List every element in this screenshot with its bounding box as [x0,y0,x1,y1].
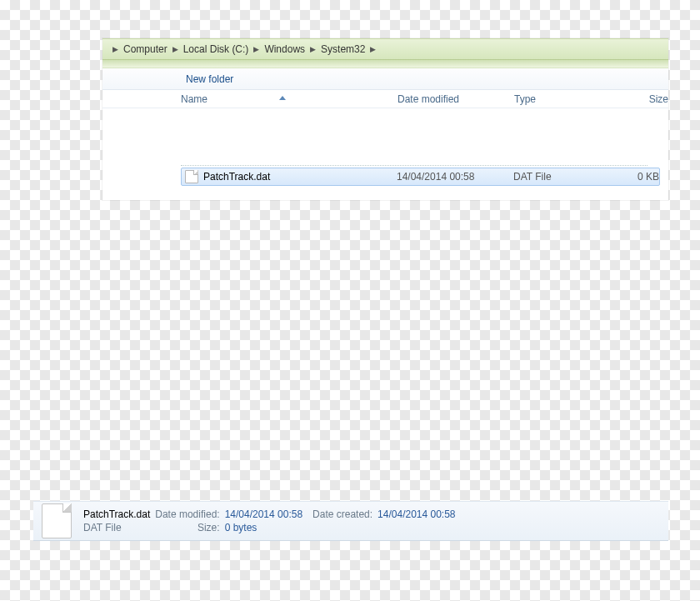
column-size[interactable]: Size [610,93,668,105]
chevron-right-icon: ▶ [172,45,178,53]
details-size-value: 0 bytes [225,522,302,533]
file-row-selected[interactable]: PatchTrack.dat 14/04/2014 00:58 DAT File… [181,168,660,186]
breadcrumb-item-computer[interactable]: Computer [123,43,168,55]
column-type[interactable]: Type [514,93,610,105]
file-size: 0 KB [609,171,659,183]
list-divider [181,154,648,166]
file-large-icon [42,503,72,538]
column-headers: Name Date modified Type Size [102,90,668,108]
details-grid: PatchTrack.dat Date modified: 14/04/2014… [83,508,456,533]
column-name[interactable]: Name [181,93,398,105]
file-type: DAT File [513,171,609,183]
command-bar: New folder [102,68,668,90]
chevron-right-icon: ▶ [310,45,316,53]
toolbar-smear [102,60,668,68]
details-size-label: Size: [155,522,219,533]
column-name-label: Name [181,93,208,105]
details-file-name: PatchTrack.dat [83,508,150,520]
list-blank-area [181,108,668,154]
details-created-value: 14/04/2014 00:58 [378,508,455,520]
chevron-right-icon: ▶ [253,45,259,53]
new-folder-button[interactable]: New folder [181,72,238,87]
explorer-window: ▶ Computer ▶ Local Disk (C:) ▶ Windows ▶… [102,38,668,200]
breadcrumb-item-windows[interactable]: Windows [264,43,305,55]
sort-ascending-icon [279,96,286,100]
details-modified-value: 14/04/2014 00:58 [225,508,302,520]
chevron-right-icon: ▶ [112,45,118,53]
breadcrumb-item-system32[interactable]: System32 [321,43,365,55]
details-created-label: Date created: [312,508,372,520]
column-date-modified[interactable]: Date modified [398,93,514,105]
breadcrumb-item-local-disk[interactable]: Local Disk (C:) [183,43,249,55]
details-file-type: DAT File [83,522,150,533]
file-list: PatchTrack.dat 14/04/2014 00:58 DAT File… [102,108,668,200]
chevron-right-icon: ▶ [370,45,376,53]
file-date: 14/04/2014 00:58 [397,171,513,183]
details-pane: PatchTrack.dat Date modified: 14/04/2014… [33,501,668,541]
file-name: PatchTrack.dat [203,171,397,183]
details-modified-label: Date modified: [155,508,219,520]
address-bar[interactable]: ▶ Computer ▶ Local Disk (C:) ▶ Windows ▶… [102,38,668,60]
file-icon [185,170,198,183]
